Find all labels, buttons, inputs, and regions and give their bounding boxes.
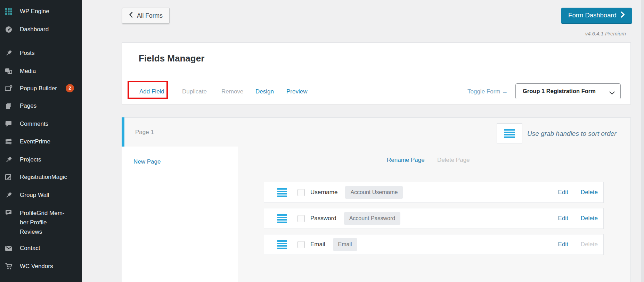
sidebar-item-label: ProfileGrid Mem- ber Profile Reviews xyxy=(20,208,77,237)
sidebar-item-label: Posts xyxy=(20,49,77,57)
active-page-tab[interactable]: Page 1 xyxy=(135,129,154,136)
sidebar-item-label: WC Vendors xyxy=(20,263,77,270)
grab-handle-icon[interactable] xyxy=(277,240,287,249)
field-label: Username xyxy=(310,189,337,196)
field-type-badge: Email xyxy=(333,238,357,251)
pin-icon xyxy=(5,191,13,199)
field-row-username: Username Account Username Edit Delete xyxy=(264,182,604,203)
wp-engine-grid-icon xyxy=(5,8,13,15)
edit-field-link[interactable]: Edit xyxy=(558,189,568,196)
all-forms-label: All Forms xyxy=(137,12,163,19)
form-selector-value: Group 1 Registration Form xyxy=(523,88,596,94)
page-title: Fields Manager xyxy=(139,53,204,64)
tab-design[interactable]: Design xyxy=(255,88,274,95)
dashboard-gauge-icon xyxy=(5,26,13,33)
notification-badge: 2 xyxy=(66,84,74,92)
review-bubble-icon xyxy=(5,209,13,217)
sidebar-item-label: EventPrime xyxy=(20,138,77,146)
form-selector-dropdown[interactable]: Group 1 Registration Form xyxy=(515,83,621,99)
chevron-left-icon xyxy=(129,12,133,19)
form-pages-panel: Page 1 New Page Use grab handles to sort… xyxy=(122,117,631,282)
active-page-accent-bar xyxy=(122,117,124,147)
sidebar-item-label: Dashboard xyxy=(20,26,77,33)
admin-sidebar: WP Engine Dashboard Posts Media Popup Bu… xyxy=(0,0,82,282)
field-type-badge: Account Username xyxy=(345,186,403,199)
sidebar-item-label: Projects xyxy=(20,156,77,164)
edit-field-link[interactable]: Edit xyxy=(558,215,568,222)
delete-field-link[interactable]: Delete xyxy=(581,189,598,196)
edit-field-link[interactable]: Edit xyxy=(558,241,568,248)
grab-handle-icon[interactable] xyxy=(277,188,287,197)
tab-remove[interactable]: Remove xyxy=(221,88,243,95)
chevron-down-icon xyxy=(609,90,615,96)
pages-icon xyxy=(5,102,13,110)
plugin-version-text: v4.6.4.1 Premium xyxy=(585,31,626,36)
form-dashboard-label: Form Dashboard xyxy=(568,11,617,19)
sidebar-item-label: Pages xyxy=(20,102,77,110)
tab-duplicate[interactable]: Duplicate xyxy=(182,88,207,95)
grab-handle-icon[interactable] xyxy=(277,214,287,223)
field-row-password: Password Account Password Edit Delete xyxy=(264,208,604,229)
popup-builder-icon xyxy=(5,85,13,92)
sidebar-item-label: WP Engine xyxy=(20,8,77,15)
envelope-icon xyxy=(5,244,13,252)
new-page-link[interactable]: New Page xyxy=(133,158,161,165)
field-checkbox[interactable] xyxy=(297,215,305,222)
delete-page-link[interactable]: Delete Page xyxy=(437,157,470,164)
comment-icon xyxy=(5,120,13,128)
rename-page-link[interactable]: Rename Page xyxy=(387,157,425,164)
all-forms-button[interactable]: All Forms xyxy=(122,8,170,24)
sidebar-item-label: Group Wall xyxy=(20,191,77,199)
field-type-badge: Account Password xyxy=(344,212,401,225)
sidebar-item-label: Contact xyxy=(20,244,77,252)
sidebar-item-label: Media xyxy=(20,67,77,75)
sort-handle-hint-box xyxy=(497,123,522,143)
field-label: Email xyxy=(310,241,325,248)
fields-manager-panel: Fields Manager Add Field Duplicate Remov… xyxy=(122,42,631,104)
chevron-right-icon xyxy=(621,11,625,19)
pin-icon xyxy=(5,156,13,164)
toggle-form-link[interactable]: Toggle Form → xyxy=(467,88,508,95)
pin-icon xyxy=(5,49,13,57)
field-checkbox[interactable] xyxy=(297,241,305,248)
grab-handle-icon xyxy=(504,129,515,138)
form-dashboard-button[interactable]: Form Dashboard xyxy=(561,8,632,24)
tab-preview[interactable]: Preview xyxy=(286,88,307,95)
tab-add-field[interactable]: Add Field xyxy=(139,88,164,95)
sidebar-item-label: RegistrationMagic xyxy=(20,173,77,181)
delete-field-link[interactable]: Delete xyxy=(581,215,598,222)
field-checkbox[interactable] xyxy=(297,189,305,196)
tickets-icon xyxy=(5,138,13,146)
pages-column: New Page xyxy=(122,147,238,282)
form-pencil-icon xyxy=(5,173,13,181)
delete-field-link: Delete xyxy=(581,241,598,248)
sidebar-item-label: Comments xyxy=(20,120,77,128)
sort-hint-text: Use grab handles to sort order xyxy=(527,130,617,138)
field-row-email: Email Email Edit Delete xyxy=(264,234,604,255)
cart-icon xyxy=(5,263,13,270)
media-icon xyxy=(5,67,13,75)
field-label: Password xyxy=(310,215,336,222)
scrollbar-track[interactable] xyxy=(641,0,644,282)
